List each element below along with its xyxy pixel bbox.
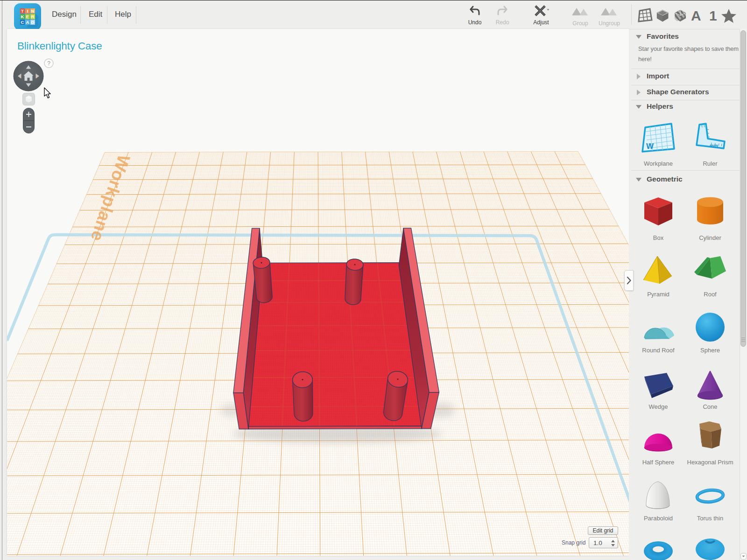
svg-text:I: I — [27, 8, 28, 14]
svg-text:C: C — [21, 20, 24, 25]
svg-text:D: D — [31, 20, 35, 25]
svg-text:R: R — [31, 14, 35, 19]
svg-text:W: W — [646, 142, 654, 151]
svg-text:mm: mm — [710, 143, 718, 148]
svg-text:T: T — [21, 8, 24, 14]
svg-text:A: A — [691, 8, 701, 23]
svg-text:K: K — [21, 14, 24, 19]
svg-text:?: ? — [47, 60, 50, 67]
svg-text:E: E — [26, 14, 29, 19]
svg-text:1: 1 — [709, 8, 717, 23]
svg-text:N: N — [31, 8, 35, 14]
svg-text:A: A — [26, 20, 29, 25]
